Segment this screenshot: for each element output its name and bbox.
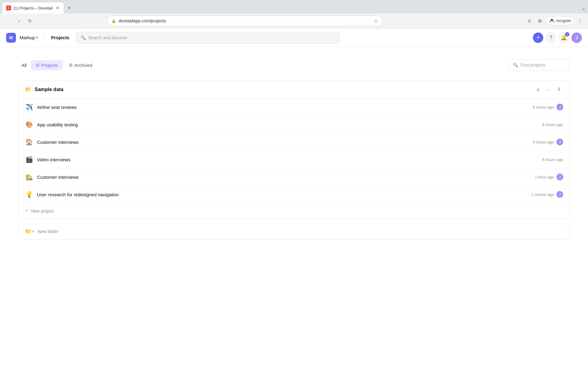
- notification-badge: 1: [565, 32, 569, 36]
- app: M Markup ▾ Projects 🔍 Search and discove…: [0, 29, 588, 368]
- header-right-actions: + ? 🔔 1 J: [533, 33, 582, 43]
- svg-rect-1: [549, 20, 555, 21]
- filter-tab-projects[interactable]: ⊟ Projects: [31, 60, 63, 70]
- browser-right-icons: ⊙ ⊞ Incognito ⋮: [525, 17, 584, 25]
- browser-chrome: D (1) Projects – Dovetail ✕ + ⌄ ‹ › ↻ 🔒 …: [0, 0, 588, 29]
- project-name-customer2: Customer interviews: [37, 174, 531, 180]
- find-projects-placeholder: Find projects: [521, 63, 545, 67]
- incognito-label: Incognito: [556, 19, 571, 23]
- project-emoji-customer2: 🏡: [25, 173, 33, 181]
- project-time-airline: 6 hours ago: [533, 105, 554, 109]
- reload-button[interactable]: ↻: [26, 17, 34, 25]
- folder-grid-button[interactable]: ⠿: [555, 85, 563, 94]
- workspace-badge: M: [6, 33, 16, 43]
- nav-divider: [43, 35, 43, 41]
- new-project-row[interactable]: + New project: [19, 203, 569, 218]
- project-name-video: Video interviews: [37, 157, 538, 162]
- project-time-customer2: 1 hour ago: [535, 175, 554, 179]
- notifications-button[interactable]: 🔔 1: [559, 33, 569, 43]
- extensions-button[interactable]: ⊞: [536, 17, 544, 25]
- project-time-video: 6 hours ago: [542, 157, 563, 162]
- project-time-customer1: 6 hours ago: [533, 140, 554, 144]
- project-row-customer-interviews-1[interactable]: 🏠 Customer interviews 6 hours ago J: [19, 133, 569, 151]
- filter-row: All ⊟ Projects ⊟ Archived 🔍 Find project…: [18, 59, 570, 71]
- browser-menu-button[interactable]: ⋮: [576, 17, 584, 25]
- active-tab[interactable]: D (1) Projects – Dovetail ✕: [2, 2, 64, 13]
- filter-tab-all[interactable]: All: [18, 60, 30, 70]
- tab-favicon: D: [6, 6, 11, 10]
- filter-tab-archived[interactable]: ⊟ Archived: [64, 60, 97, 70]
- workspace-dropdown[interactable]: Markup ▾: [20, 35, 38, 40]
- archived-tab-icon: ⊟: [69, 63, 73, 67]
- folder-collapse-button[interactable]: ∧: [534, 85, 542, 94]
- project-meta-video: 6 hours ago: [542, 157, 563, 162]
- bookmark-icon[interactable]: ☆: [374, 18, 378, 24]
- project-meta-app: 6 hours ago: [542, 122, 563, 127]
- project-meta-customer2: 1 hour ago J: [535, 174, 563, 180]
- projects-tab-icon: ⊟: [36, 63, 40, 67]
- project-avatar-airline: J: [556, 104, 563, 110]
- search-icon: 🔍: [81, 35, 86, 40]
- back-button[interactable]: ‹: [4, 17, 12, 25]
- lock-icon: 🔒: [111, 19, 116, 23]
- new-folder-row[interactable]: 📁+ New folder: [18, 224, 570, 240]
- project-row-app-usability[interactable]: 🎨 App usability testing 6 hours ago: [19, 116, 569, 133]
- project-row-airline[interactable]: ✈️ Airline seat reviews 6 hours ago J: [19, 98, 569, 116]
- project-avatar-research: J: [556, 191, 563, 198]
- tab-title: (1) Projects – Dovetail: [13, 6, 53, 10]
- sample-data-folder: 📁 Sample data ∧ ··· ⠿ ✈️ Airline seat re…: [18, 81, 570, 219]
- new-folder-label: New folder: [38, 229, 58, 234]
- address-bar: ‹ › ↻ 🔒 dovetailapp.com/projects ☆ ⊙ ⊞ I…: [0, 13, 588, 28]
- app-header: M Markup ▾ Projects 🔍 Search and discove…: [0, 29, 588, 47]
- workspace-name-label: Markup: [20, 35, 35, 40]
- tab-expand-button[interactable]: ⌄: [582, 5, 586, 11]
- project-name-research: User research for redesigned navigation: [37, 192, 527, 197]
- project-emoji-airline: ✈️: [25, 103, 33, 111]
- project-name-customer1: Customer interviews: [37, 140, 529, 145]
- project-name-airline: Airline seat reviews: [37, 105, 529, 110]
- projects-tab-label: Projects: [41, 63, 58, 68]
- project-avatar-customer2: J: [556, 174, 563, 180]
- find-projects-search-icon: 🔍: [513, 63, 518, 67]
- folder-icon: 📁: [25, 86, 32, 93]
- project-row-video-interviews[interactable]: 🎬 Video interviews 6 hours ago: [19, 151, 569, 168]
- project-avatar-customer1: J: [556, 139, 563, 145]
- project-row-customer-interviews-2[interactable]: 🏡 Customer interviews 1 hour ago J: [19, 168, 569, 186]
- tab-close-button[interactable]: ✕: [55, 6, 60, 10]
- project-emoji-video: 🎬: [25, 155, 33, 164]
- folder-actions: ∧ ··· ⠿: [534, 85, 563, 94]
- projects-nav-item[interactable]: Projects: [48, 33, 72, 42]
- global-search-bar[interactable]: 🔍 Search and discover: [76, 32, 339, 44]
- new-project-icon: +: [25, 208, 28, 214]
- project-time-app: 6 hours ago: [542, 122, 563, 127]
- project-row-user-research[interactable]: 💡 User research for redesigned navigatio…: [19, 186, 569, 203]
- new-tab-button[interactable]: +: [65, 4, 74, 12]
- search-placeholder: Search and discover: [88, 35, 127, 40]
- new-project-label: New project: [31, 209, 54, 213]
- project-meta-research: 1 minute ago J: [531, 191, 563, 198]
- profile-icon-button[interactable]: ⊙: [525, 17, 534, 25]
- folder-header: 📁 Sample data ∧ ··· ⠿: [19, 81, 569, 98]
- project-name-app: App usability testing: [37, 122, 538, 127]
- url-bar[interactable]: 🔒 dovetailapp.com/projects ☆: [107, 16, 383, 26]
- archived-tab-label: Archived: [74, 63, 92, 68]
- new-folder-icon: 📁+: [25, 228, 35, 235]
- workspace-chevron-icon: ▾: [36, 36, 38, 40]
- user-avatar-button[interactable]: J: [571, 33, 582, 43]
- find-projects-input[interactable]: 🔍 Find projects: [508, 59, 570, 71]
- add-new-button[interactable]: +: [533, 33, 543, 43]
- incognito-badge: Incognito: [546, 17, 574, 25]
- folder-name: Sample data: [35, 87, 531, 92]
- url-text: dovetailapp.com/projects: [119, 18, 371, 23]
- main-content: All ⊟ Projects ⊟ Archived 🔍 Find project…: [0, 47, 588, 368]
- project-emoji-app: 🎨: [25, 120, 33, 129]
- project-time-research: 1 minute ago: [531, 192, 554, 197]
- project-meta-airline: 6 hours ago J: [533, 104, 563, 110]
- incognito-icon: [549, 18, 555, 24]
- help-button[interactable]: ?: [546, 33, 556, 43]
- project-emoji-customer1: 🏠: [25, 138, 33, 146]
- project-emoji-research: 💡: [25, 190, 33, 199]
- folder-more-button[interactable]: ···: [544, 85, 553, 94]
- tab-bar: D (1) Projects – Dovetail ✕ + ⌄: [0, 0, 588, 13]
- forward-button[interactable]: ›: [15, 17, 23, 25]
